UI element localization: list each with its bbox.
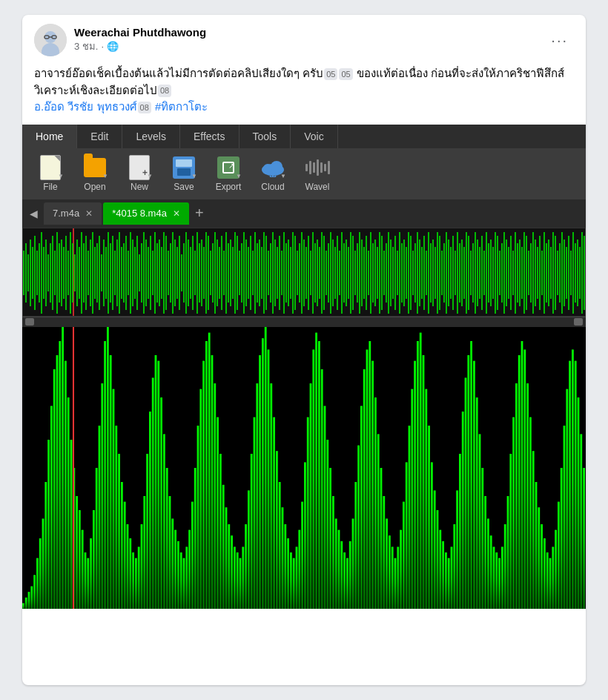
waveform-icon-area [304,156,331,179]
svg-rect-100 [201,240,202,306]
svg-rect-266 [570,251,572,295]
file-tab-scroll-left[interactable]: ◀ [25,208,42,219]
svg-rect-223 [475,232,476,314]
svg-rect-134 [277,247,278,299]
svg-rect-261 [559,243,561,303]
svg-rect-80 [156,243,158,303]
svg-rect-216 [459,243,460,303]
save-button[interactable]: ▼ Save [163,153,205,195]
svg-rect-97 [194,251,196,295]
svg-rect-92 [183,243,185,303]
tab-voice[interactable]: Voic [291,125,337,148]
svg-rect-125 [257,243,258,303]
svg-rect-44 [76,240,78,306]
svg-rect-23 [30,240,31,306]
save-icon-area: ▼ [171,156,197,179]
tab-home[interactable]: Home [22,125,77,148]
file-icon-area: ▼ [37,156,64,179]
post-meta: 3 ชม. · 🌐 [74,39,206,54]
file-button[interactable]: ▼ File [30,153,71,195]
spectrum-canvas [22,327,586,609]
svg-rect-170 [357,243,358,303]
svg-rect-224 [477,240,478,306]
svg-rect-249 [532,232,534,314]
svg-rect-132 [272,232,274,314]
svg-rect-200 [423,236,425,310]
user-info: Weerachai Phutdhawong 3 ชม. · 🌐 [74,26,206,54]
cloud-label: Cloud [261,182,284,192]
svg-rect-124 [254,232,256,314]
svg-rect-146 [303,240,305,306]
cloud-button[interactable]: ▼ Cloud [252,153,294,195]
mention-link[interactable]: อ.อ๊อด วีรชัย พุทธวงศ์ [34,100,137,113]
hashtag-link[interactable]: #ทิตกาโตะ [155,100,208,113]
svg-rect-17 [324,164,326,171]
svg-rect-271 [581,232,583,314]
more-options-button[interactable]: ··· [545,29,574,52]
svg-rect-104 [210,251,211,295]
scroll-thumb-right[interactable] [574,318,583,326]
svg-rect-253 [541,251,543,295]
export-icon-area: ▼ [215,156,242,179]
svg-rect-87 [172,232,174,314]
svg-rect-29 [43,247,44,299]
svg-rect-67 [128,251,129,295]
svg-rect-121 [248,247,249,299]
svg-rect-167 [350,232,351,314]
svg-rect-248 [530,243,532,303]
svg-point-7 [263,164,272,173]
open-icon-area: ▼ [82,156,108,179]
tab-edit[interactable]: Edit [77,125,122,148]
svg-rect-245 [523,232,525,314]
svg-rect-119 [243,232,245,314]
svg-rect-237 [506,240,507,306]
svg-rect-109 [221,236,222,310]
svg-rect-252 [539,236,541,310]
open-button[interactable]: ▼ Open [74,153,116,195]
tab-effects[interactable]: Effects [180,125,239,148]
tab-levels[interactable]: Levels [122,125,179,148]
svg-rect-26 [36,251,38,295]
svg-rect-196 [414,243,416,303]
svg-rect-191 [403,240,405,306]
add-tab-button[interactable]: + [191,205,208,222]
svg-rect-154 [321,232,323,314]
file-tab-1[interactable]: 7.m4a ✕ [44,202,102,225]
toolbar-buttons: ▼ File ▼ Open ▼ New [22,148,586,199]
new-button[interactable]: ▼ New [119,153,160,195]
svg-rect-14 [313,162,315,173]
export-button[interactable]: ▼ Export [208,153,249,195]
waveform-button[interactable]: Wavel [297,153,338,195]
svg-rect-186 [392,247,394,299]
svg-rect-187 [394,236,396,310]
svg-rect-161 [337,236,338,310]
waveform-label: Wavel [305,182,330,192]
export-label: Export [216,182,242,192]
svg-rect-242 [517,243,518,303]
svg-rect-231 [492,247,494,299]
waveform-scrollbar[interactable] [22,317,586,327]
scroll-thumb-left[interactable] [25,318,34,326]
badge-2: 05 [339,68,352,81]
svg-rect-73 [141,243,142,303]
svg-rect-189 [399,232,400,314]
file-tab-1-close[interactable]: ✕ [85,209,93,218]
svg-rect-138 [285,243,287,303]
tab-tools[interactable]: Tools [239,125,291,148]
svg-rect-194 [410,236,412,310]
svg-rect-118 [241,243,242,303]
file-tab-2-close[interactable]: ✕ [173,209,180,218]
svg-rect-265 [568,236,569,310]
post-header: Weerachai Phutdhawong 3 ชม. · 🌐 ··· [22,15,586,59]
svg-rect-117 [239,251,240,295]
svg-rect-84 [165,236,167,310]
svg-rect-164 [343,243,345,303]
svg-rect-82 [161,247,162,299]
svg-rect-55 [101,254,102,291]
file-tab-2[interactable]: *4015 8.m4a ✕ [103,202,189,225]
svg-rect-61 [114,251,116,295]
svg-rect-60 [112,236,113,310]
svg-rect-262 [561,232,563,314]
svg-rect-21 [25,243,27,303]
svg-rect-59 [110,243,111,303]
